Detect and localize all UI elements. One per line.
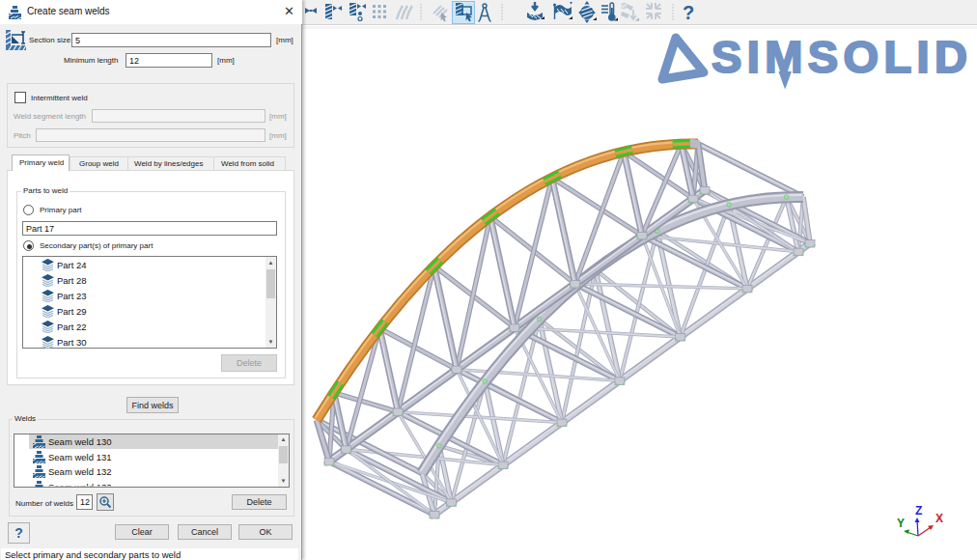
svg-text:Z: Z: [915, 504, 922, 518]
svg-text:Y: Y: [897, 517, 905, 530]
svg-text:S: S: [621, 1, 627, 11]
svg-text:X: X: [935, 512, 943, 525]
svg-text:?: ?: [683, 2, 694, 23]
